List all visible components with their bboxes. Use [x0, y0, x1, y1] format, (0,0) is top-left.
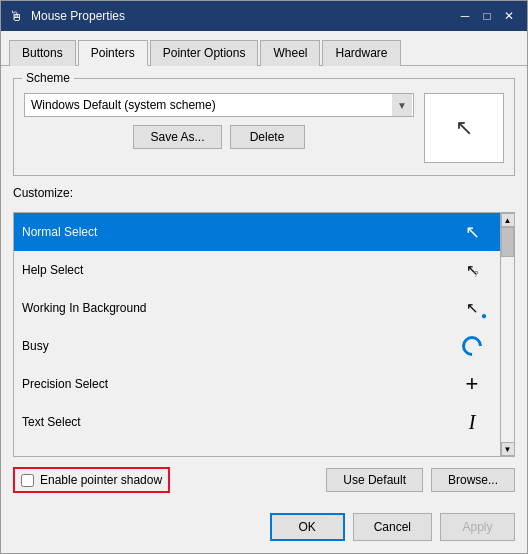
ok-button[interactable]: OK [270, 513, 345, 541]
cursor-icon-text: I [452, 407, 492, 437]
mouse-properties-window: 🖱 Mouse Properties ─ □ ✕ Buttons Pointer… [0, 0, 528, 554]
scheme-legend: Scheme [22, 71, 74, 85]
cursor-item-text[interactable]: Text Select I [14, 403, 500, 441]
scroll-thumb[interactable] [501, 227, 514, 257]
preview-cursor-icon: ↖ [455, 115, 473, 141]
scheme-preview: ↖ [424, 93, 504, 163]
tab-pointers[interactable]: Pointers [78, 40, 148, 66]
use-default-button[interactable]: Use Default [326, 468, 423, 492]
scrollbar[interactable]: ▲ ▼ [500, 213, 514, 456]
tab-wheel[interactable]: Wheel [260, 40, 320, 66]
cursor-icon-normal: ↖ [452, 217, 492, 247]
cursor-list[interactable]: Normal Select ↖ Help Select ↖? Working I… [14, 213, 500, 456]
scroll-track[interactable] [501, 227, 514, 442]
scheme-left: Windows Default (system scheme) Windows … [24, 93, 414, 149]
apply-button[interactable]: Apply [440, 513, 515, 541]
cursor-icon-help: ↖? [452, 255, 492, 285]
cancel-button[interactable]: Cancel [353, 513, 432, 541]
cursor-icon-busy: ⠀ [452, 331, 492, 361]
tabs-bar: Buttons Pointers Pointer Options Wheel H… [1, 31, 527, 66]
tab-buttons[interactable]: Buttons [9, 40, 76, 66]
customize-label: Customize: [13, 186, 515, 200]
maximize-button[interactable]: □ [477, 6, 497, 26]
cursor-item-busy[interactable]: Busy ⠀ [14, 327, 500, 365]
close-button[interactable]: ✕ [499, 6, 519, 26]
cursor-name-text: Text Select [22, 415, 452, 429]
cursor-name-working: Working In Background [22, 301, 452, 315]
scheme-select-wrapper: Windows Default (system scheme) Windows … [24, 93, 414, 117]
scroll-down-arrow[interactable]: ▼ [501, 442, 515, 456]
enable-shadow-checkbox[interactable] [21, 474, 34, 487]
scroll-up-arrow[interactable]: ▲ [501, 213, 515, 227]
cursor-name-precision: Precision Select [22, 377, 452, 391]
window-title: Mouse Properties [31, 9, 125, 23]
scheme-group: Scheme Windows Default (system scheme) W… [13, 78, 515, 176]
tab-pointer-options[interactable]: Pointer Options [150, 40, 259, 66]
cursor-item-help-select[interactable]: Help Select ↖? [14, 251, 500, 289]
cursor-item-normal-select[interactable]: Normal Select ↖ [14, 213, 500, 251]
scheme-buttons: Save As... Delete [24, 125, 414, 149]
cursor-icon-working: ↖ ● [452, 293, 492, 323]
enable-shadow-label[interactable]: Enable pointer shadow [40, 473, 162, 487]
browse-button[interactable]: Browse... [431, 468, 515, 492]
main-content: Scheme Windows Default (system scheme) W… [1, 66, 527, 505]
cursor-icon-precision: + [452, 369, 492, 399]
dialog-buttons: OK Cancel Apply [1, 505, 527, 553]
bottom-options: Enable pointer shadow Use Default Browse… [13, 467, 515, 493]
cursor-name-help: Help Select [22, 263, 452, 277]
scheme-select[interactable]: Windows Default (system scheme) Windows … [24, 93, 414, 117]
enable-shadow-wrapper: Enable pointer shadow [13, 467, 170, 493]
title-bar: 🖱 Mouse Properties ─ □ ✕ [1, 1, 527, 31]
tab-hardware[interactable]: Hardware [322, 40, 400, 66]
title-left: 🖱 Mouse Properties [9, 8, 125, 24]
delete-button[interactable]: Delete [230, 125, 305, 149]
cursor-name-normal: Normal Select [22, 225, 452, 239]
cursor-list-container: Normal Select ↖ Help Select ↖? Working I… [13, 212, 515, 457]
minimize-button[interactable]: ─ [455, 6, 475, 26]
title-buttons: ─ □ ✕ [455, 6, 519, 26]
window-icon: 🖱 [9, 8, 25, 24]
cursor-item-working[interactable]: Working In Background ↖ ● [14, 289, 500, 327]
cursor-item-precision[interactable]: Precision Select + [14, 365, 500, 403]
save-as-button[interactable]: Save As... [133, 125, 221, 149]
cursor-name-busy: Busy [22, 339, 452, 353]
